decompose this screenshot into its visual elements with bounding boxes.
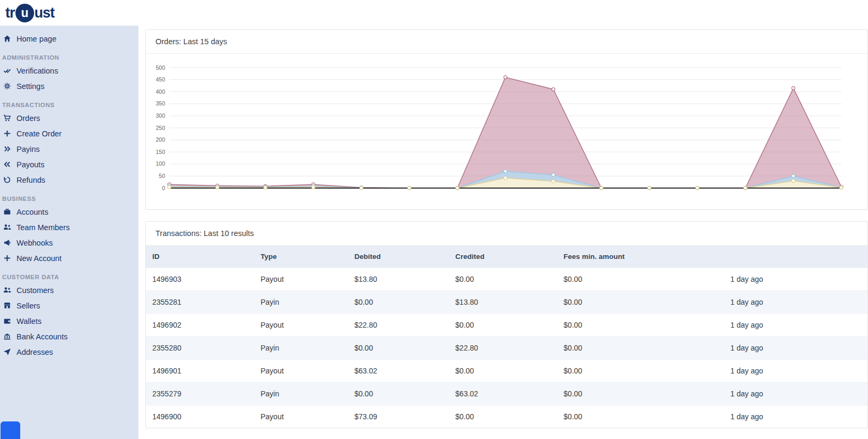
section-label-customer-data: CUSTOMER DATA	[2, 274, 135, 280]
table-cell: 1496903	[146, 268, 254, 291]
svg-text:0: 0	[162, 185, 165, 191]
table-cell: $0.00	[557, 291, 723, 314]
table-cell: $0.00	[348, 383, 449, 405]
table-cell: 1 day ago	[723, 405, 867, 428]
transactions-table: IDTypeDebitedCreditedFees min. amount 14…	[146, 246, 867, 428]
cart-icon	[3, 113, 12, 123]
column-header: Type	[254, 246, 348, 268]
sidebar-item-label: Bank Accounts	[17, 332, 68, 341]
main-content: Orders: Last 15 days 0501001502002503003…	[138, 26, 868, 439]
sidebar-item-label: Webhooks	[17, 239, 53, 247]
sidebar-item-verifications[interactable]: Verifications	[2, 63, 135, 78]
sidebar-item-label: Addresses	[17, 348, 53, 356]
transactions-table-head: IDTypeDebitedCreditedFees min. amount	[146, 246, 867, 268]
table-cell: 1 day ago	[723, 337, 867, 360]
table-row[interactable]: 1496903Payout$13.80$0.00$0.001 day ago	[146, 268, 867, 291]
sidebar-item-label: Home page	[17, 35, 56, 43]
chat-widget-button[interactable]	[1, 421, 20, 439]
table-cell: Payin	[254, 337, 348, 360]
sidebar-item-label: Verifications	[17, 67, 58, 75]
sidebar-item-payouts[interactable]: Payouts	[2, 157, 135, 172]
table-cell: $22.80	[348, 314, 449, 337]
orders-chart: 050100150200250300350400450500	[146, 54, 867, 209]
transactions-card-title: Transactions: Last 10 results	[146, 222, 867, 246]
table-row[interactable]: 2355280Payin$0.00$22.80$0.001 day ago	[146, 337, 867, 360]
table-cell: 1 day ago	[723, 314, 867, 337]
sidebar-item-label: New Account	[17, 254, 62, 263]
sidebar-item-customers[interactable]: Customers	[2, 282, 135, 298]
svg-text:300: 300	[155, 112, 165, 119]
sidebar-item-label: Accounts	[17, 208, 48, 216]
svg-text:450: 450	[155, 76, 165, 83]
sidebar-item-team-members[interactable]: Team Members	[2, 220, 135, 235]
table-cell: Payin	[254, 291, 348, 314]
table-cell: $0.00	[557, 360, 723, 383]
table-cell: $0.00	[449, 405, 557, 428]
sidebar-item-new-account[interactable]: New Account	[2, 250, 135, 266]
sidebar-item-label: Settings	[17, 82, 44, 91]
table-cell: 1496901	[146, 360, 254, 383]
sidebar-item-webhooks[interactable]: Webhooks	[2, 235, 135, 250]
sidebar-item-addresses[interactable]: Addresses	[2, 344, 135, 360]
table-row[interactable]: 1496900Payout$73.09$0.00$0.001 day ago	[146, 405, 867, 428]
column-header: Debited	[348, 246, 449, 268]
table-cell: 2355280	[146, 337, 254, 360]
sidebar-item-home-page[interactable]: Home page	[2, 31, 135, 46]
sidebar: Home page ADMINISTRATION Verifications S…	[0, 26, 138, 439]
table-cell: 1 day ago	[723, 291, 867, 314]
sidebar-item-label: Payouts	[17, 160, 44, 169]
truust-logo[interactable]: tr u ust	[5, 4, 54, 22]
sidebar-item-sellers[interactable]: Sellers	[2, 298, 135, 313]
svg-text:200: 200	[155, 136, 165, 143]
svg-text:400: 400	[155, 88, 165, 95]
table-row[interactable]: 1496901Payout$63.02$0.00$0.001 day ago	[146, 360, 867, 383]
sidebar-item-accounts[interactable]: Accounts	[2, 204, 135, 220]
column-header: Credited	[449, 246, 557, 268]
sidebar-item-label: Sellers	[17, 302, 40, 310]
table-cell: Payout	[254, 360, 348, 383]
undo-icon	[3, 175, 12, 184]
table-cell: $63.02	[348, 360, 449, 383]
sidebar-item-label: Payins	[17, 145, 40, 153]
megaphone-icon	[3, 238, 12, 247]
table-cell: Payout	[254, 314, 348, 337]
plus-icon	[3, 129, 12, 138]
wallet-icon	[3, 316, 12, 326]
section-label-administration: ADMINISTRATION	[2, 54, 135, 61]
svg-text:250: 250	[155, 125, 165, 131]
sidebar-item-orders[interactable]: Orders	[2, 110, 135, 126]
table-cell: $0.00	[557, 383, 723, 405]
sidebar-item-settings[interactable]: Settings	[2, 78, 135, 94]
double-check-icon	[3, 66, 12, 75]
table-cell: $63.02	[449, 383, 557, 405]
table-row[interactable]: 2355281Payin$0.00$13.80$0.001 day ago	[146, 291, 867, 314]
sidebar-item-payins[interactable]: Payins	[2, 141, 135, 157]
orders-card-title: Orders: Last 15 days	[146, 30, 867, 54]
table-cell: $0.00	[449, 268, 557, 291]
transactions-card: Transactions: Last 10 results IDTypeDebi…	[145, 221, 868, 428]
table-row[interactable]: 2355279Payin$0.00$63.02$0.001 day ago	[146, 383, 867, 405]
table-row[interactable]: 1496902Payout$22.80$0.00$0.001 day ago	[146, 314, 867, 337]
sidebar-item-label: Team Members	[17, 223, 70, 232]
section-label-transactions: TRANSACTIONS	[2, 102, 135, 108]
logo-circle-letter: u	[15, 4, 34, 22]
sidebar-item-bank-accounts[interactable]: Bank Accounts	[2, 329, 135, 344]
sidebar-item-refunds[interactable]: Refunds	[2, 172, 135, 188]
svg-text:100: 100	[155, 160, 165, 167]
svg-text:50: 50	[159, 173, 165, 179]
sidebar-item-wallets[interactable]: Wallets	[2, 313, 135, 329]
svg-text:350: 350	[155, 100, 165, 107]
table-cell: 2355281	[146, 291, 254, 314]
users-icon	[3, 223, 12, 232]
transactions-table-body: 1496903Payout$13.80$0.00$0.001 day ago23…	[146, 268, 867, 428]
table-cell: 1496902	[146, 314, 254, 337]
sidebar-item-label: Wallets	[17, 317, 42, 326]
top-header: tr u ust	[0, 0, 868, 26]
table-cell: Payin	[254, 383, 348, 405]
logo-text-prefix: tr	[5, 5, 15, 21]
sidebar-item-create-order[interactable]: Create Order	[2, 126, 135, 141]
briefcase-icon	[3, 207, 12, 216]
column-header	[723, 246, 867, 268]
table-cell: $0.00	[557, 337, 723, 360]
svg-text:500: 500	[155, 64, 165, 71]
